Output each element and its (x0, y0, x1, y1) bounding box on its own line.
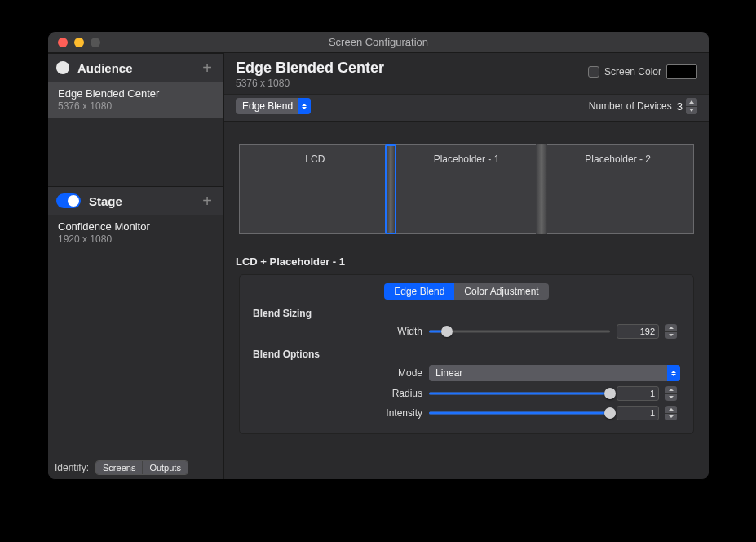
chevron-up-icon[interactable] (665, 386, 677, 394)
num-devices-stepper: 3 (677, 98, 697, 114)
section-title: Stage (89, 194, 191, 208)
preview-segment-placeholder-2[interactable]: Placeholder - 2 (542, 145, 693, 233)
audience-toggle-icon[interactable] (56, 61, 69, 74)
screen-type-select[interactable]: Edge Blend (236, 98, 311, 114)
identify-outputs-button[interactable]: Outputs (142, 461, 188, 474)
section-header-audience: Audience + (48, 53, 223, 82)
screen-type-value: Edge Blend (242, 100, 293, 112)
radius-label: Radius (365, 388, 422, 399)
screen-color-label: Screen Color (604, 66, 661, 78)
preview-segment-lcd[interactable]: LCD (240, 145, 391, 233)
chevron-updown-icon (667, 365, 680, 381)
detail-tabs: Edge Blend Color Adjustment (253, 283, 680, 300)
width-slider[interactable] (429, 325, 610, 338)
num-devices-value: 3 (677, 100, 683, 113)
form-grid: Blend Sizing Width 192 Blend Options Mod… (253, 308, 680, 420)
chevron-down-icon[interactable] (665, 332, 677, 340)
chevron-down-icon[interactable] (665, 414, 677, 421)
identify-segment: Screens Outputs (95, 460, 188, 475)
mode-label: Mode (365, 367, 422, 379)
screen-color-checkbox[interactable] (588, 66, 599, 78)
sidebar: Audience + Edge Blended Center 5376 x 10… (48, 53, 224, 479)
chevron-up-icon[interactable] (686, 98, 697, 107)
group-label-sizing: Blend Sizing (253, 308, 359, 319)
chevron-down-icon[interactable] (665, 394, 677, 402)
chevron-up-icon[interactable] (665, 324, 677, 332)
radius-value[interactable]: 1 (617, 386, 659, 401)
chevron-down-icon[interactable] (686, 107, 697, 115)
detail-panel: Edge Blend Color Adjustment Blend Sizing… (239, 274, 694, 434)
main-header: Edge Blended Center 5376 x 1080 Screen C… (224, 53, 709, 94)
slider-knob-icon[interactable] (604, 407, 616, 419)
screen-name: Confidence Monitor (58, 220, 214, 233)
slider-knob-icon[interactable] (604, 388, 616, 399)
screen-resolution: 5376 x 1080 (58, 100, 214, 112)
radius-stepper[interactable] (665, 386, 677, 401)
main: Edge Blended Center 5376 x 1080 Screen C… (224, 53, 709, 479)
page-subtitle: 5376 x 1080 (236, 78, 588, 89)
minimize-icon[interactable] (74, 38, 84, 47)
preview: LCD Placeholder - 1 Placeholder - 2 (239, 144, 694, 234)
screen-color-swatch[interactable] (666, 64, 697, 79)
num-devices-step-buttons[interactable] (686, 98, 697, 114)
chevron-up-icon[interactable] (665, 406, 677, 414)
tab-edge-blend[interactable]: Edge Blend (384, 283, 454, 300)
preview-segment-label: Placeholder - 2 (585, 153, 651, 165)
intensity-label: Intensity (365, 407, 422, 419)
group-label-options: Blend Options (253, 344, 359, 360)
section-header-stage: Stage + (48, 186, 223, 215)
sidebar-spacer (48, 251, 223, 455)
traffic-lights (48, 38, 100, 47)
sidebar-item-edge-blended-center[interactable]: Edge Blended Center 5376 x 1080 (48, 82, 223, 118)
screen-name: Edge Blended Center (58, 87, 214, 100)
window-body: Audience + Edge Blended Center 5376 x 10… (48, 53, 709, 479)
page-title: Edge Blended Center (236, 60, 588, 77)
intensity-slider[interactable] (429, 406, 610, 420)
num-devices-label: Number of Devices (589, 100, 672, 112)
detail-title: LCD + Placeholder - 1 (224, 251, 709, 274)
width-label: Width (365, 326, 422, 337)
stage-toggle[interactable] (56, 193, 81, 208)
window: Screen Configuration Audience + Edge Ble… (47, 31, 710, 480)
width-value[interactable]: 192 (617, 324, 659, 339)
section-title: Audience (77, 61, 191, 75)
preview-segment-label: Placeholder - 1 (434, 153, 500, 165)
preview-segment-placeholder-1[interactable]: Placeholder - 1 (391, 145, 543, 233)
zoom-icon[interactable] (91, 38, 100, 47)
identify-label: Identify: (55, 462, 89, 473)
preview-area: LCD Placeholder - 1 Placeholder - 2 (224, 122, 709, 251)
sidebar-spacer (48, 118, 223, 186)
type-row: Edge Blend Number of Devices 3 (224, 94, 709, 122)
intensity-value[interactable]: 1 (617, 406, 659, 420)
slider-knob-icon[interactable] (441, 326, 453, 337)
width-stepper[interactable] (665, 324, 677, 339)
screen-resolution: 1920 x 1080 (58, 233, 214, 245)
sidebar-item-confidence-monitor[interactable]: Confidence Monitor 1920 x 1080 (48, 215, 223, 251)
radius-slider[interactable] (429, 387, 610, 400)
identify-bar: Identify: Screens Outputs (48, 455, 223, 479)
titlebar: Screen Configuration (48, 32, 709, 53)
add-audience-button[interactable]: + (199, 60, 215, 75)
tab-color-adjustment[interactable]: Color Adjustment (454, 283, 548, 300)
mode-select[interactable]: Linear (429, 365, 680, 381)
intensity-stepper[interactable] (665, 406, 677, 420)
identify-screens-button[interactable]: Screens (96, 461, 142, 474)
chevron-updown-icon (298, 98, 311, 114)
mode-value: Linear (435, 367, 462, 379)
window-title: Screen Configuration (48, 36, 709, 48)
preview-segment-label: LCD (305, 153, 325, 165)
add-stage-button[interactable]: + (199, 193, 215, 208)
close-icon[interactable] (58, 38, 68, 47)
